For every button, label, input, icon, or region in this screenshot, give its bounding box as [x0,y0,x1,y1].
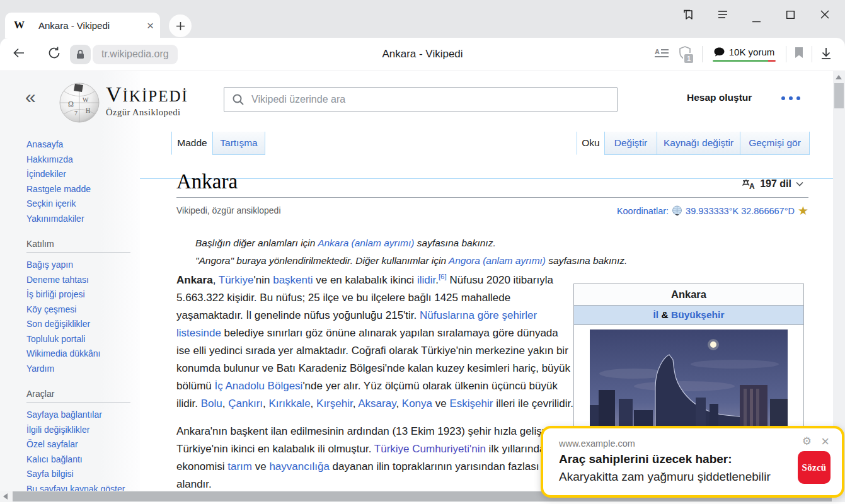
text-segment: 'nin [254,274,273,286]
sidebar-item-ilgili-degisiklikler[interactable]: İlgili değişiklikler [26,423,135,438]
sozcu-logo[interactable]: Sözcü [798,451,831,484]
inline-link[interactable]: ilidir [417,274,435,286]
inline-link[interactable]: hayvancılığa [269,461,329,472]
sidebar-item-sayfaya-baglantilar[interactable]: Sayfaya bağlantılar [26,408,135,423]
sidebar-item-sayfa-bilgisi[interactable]: Sayfa bilgisi [26,467,135,482]
notification-settings-icon[interactable]: ⚙ [802,436,812,447]
close-icon [820,10,829,19]
sidebar-item-koycesmesi[interactable]: Köy çeşmesi [26,302,135,318]
browser-window: W Ankara - Vikipedi × [0,0,845,504]
wikipedia-globe-logo[interactable]: Ω W 7 H [58,81,101,124]
sidebar-item-hakkimizda[interactable]: Hakkımızda [26,152,135,168]
inline-link[interactable]: Angora (anlam ayrımı) [449,255,546,266]
notification-close-icon[interactable]: × [821,435,829,449]
sidebar-item-rastgele[interactable]: Rastgele madde [26,182,135,197]
reader-mode-button[interactable]: A [655,47,669,61]
infobox-subtitle: İl & Büyükşehir [574,306,803,325]
search-input[interactable] [250,93,617,106]
tab-madde[interactable]: Madde [171,132,212,155]
infobox-title: Ankara [574,284,803,306]
sidebar-item-deneme[interactable]: Deneme tahtası [26,273,135,288]
sidebar-item-topluluk[interactable]: Topluluk portali [26,332,135,347]
sidebar-item-yakinimdakiler[interactable]: Yakınımdakiler [26,212,135,227]
notification-popup[interactable]: www.example.com ⚙ × Araç sahiplerini üze… [541,426,844,498]
wikipedia-wordmark[interactable]: VİKİPEDİ Özgür Ansiklopedi [106,83,188,118]
scroll-left-arrow-icon[interactable] [3,493,8,500]
inline-link[interactable]: başkenti [273,274,313,286]
language-selector-button[interactable]: A 197 dil [742,178,803,190]
create-account-link[interactable]: Hesap oluştur [687,92,762,103]
text-segment: sayfasına bakınız. [414,238,495,248]
inline-link[interactable]: tarım [227,461,252,472]
back-button[interactable] [11,45,26,63]
tab-degistir[interactable]: Değiştir [604,132,657,155]
shield-badge: 1 [683,53,694,64]
reader-mode-icon: A [655,47,669,59]
coordinates-value-link[interactable]: 39.933333°K 32.866667°D [686,206,795,216]
more-options-icon[interactable] [781,96,800,100]
inline-link[interactable]: İç Anadolu Bölgesi [214,380,302,392]
sidebar-item-dukkan[interactable]: Wikimedia dükkânı [26,346,135,362]
sidebar-item-anasayfa[interactable]: Anasayfa [26,137,135,152]
tab-oku[interactable]: Oku [577,132,604,155]
comments-button[interactable]: 10K yorum [713,47,776,62]
browser-tab[interactable]: W Ankara - Vikipedi × [5,13,160,38]
inline-link[interactable]: Kırıkkale [268,398,310,410]
sidebar-item-seckin[interactable]: Seçkin içerik [26,197,135,212]
collections-icon [681,8,695,21]
language-icon: A [742,179,756,190]
sidebar-item-kalici-baglanti[interactable]: Kalıcı bağlantı [26,452,135,467]
logo-subtitle: Özgür Ansiklopedi [106,107,188,118]
address-bar[interactable]: tr.wikipedia.org [93,45,178,64]
coordinates-label-link[interactable]: Koordinatlar: [617,206,669,216]
sidebar-item-isbirligi[interactable]: İş birliği projesi [26,287,135,302]
url-text: tr.wikipedia.org [101,49,169,60]
inline-link[interactable]: Çankırı [228,398,263,410]
text-segment: sayfasına bakınız. [546,255,627,266]
sidebar-collapse-button[interactable]: « [25,88,36,106]
downloads-button[interactable] [820,47,832,62]
inline-link[interactable]: Türkiye Cumhuriyeti'nin [374,443,486,455]
window-minimize-button[interactable] [752,11,761,25]
inline-link[interactable]: Ankara (anlam ayrımı) [318,238,414,248]
inline-link[interactable]: Eskişehir [449,398,493,410]
browser-menu-button[interactable] [716,8,729,21]
sidebar-item-icindekiler[interactable]: İçindekiler [26,167,135,182]
sidebar-item-sondegisiklikler[interactable]: Son değişiklikler [26,317,135,332]
reload-button[interactable] [47,45,62,63]
inline-link[interactable]: İl [653,309,659,320]
inline-link[interactable]: Konya [402,398,432,410]
vertical-scroll-thumb[interactable] [834,83,844,108]
window-close-button[interactable] [820,8,829,21]
inline-link[interactable]: Kırşehir [316,398,353,410]
inline-link[interactable]: [6] [439,273,447,280]
inline-link[interactable]: Bolu [201,398,222,410]
sidebar-item-yardim[interactable]: Yardım [26,362,135,377]
tab-kaynagi-degistir[interactable]: Kaynağı değiştir [657,132,740,155]
tab-gecmisi-gor[interactable]: Geçmişi gör [740,132,810,155]
inline-link[interactable]: Büyükşehir [671,309,724,320]
bookmark-button[interactable] [794,47,804,62]
tab-close-icon[interactable]: × [147,20,154,32]
sidebar-item-ozel-sayfalar[interactable]: Özel sayfalar [26,437,135,452]
site-security-button[interactable] [70,45,91,64]
globe-icon [672,205,682,216]
rating-bar [713,60,776,62]
protect-shield-button[interactable]: 1 [678,45,692,63]
logo-title: VİKİPEDİ [106,83,188,106]
tab-label: Kaynağı değiştir [664,137,733,149]
text-segment: & [658,309,671,320]
new-tab-button[interactable] [169,14,192,37]
inline-link[interactable]: Türkiye [219,274,254,286]
collections-panel-button[interactable] [681,8,695,21]
featured-article-star-icon[interactable]: ★ [798,205,808,217]
text-segment: illeri ile çevrilidir. [493,398,573,410]
wiki-search-box[interactable] [224,87,618,112]
scroll-up-arrow-icon[interactable] [836,75,842,79]
sidebar-item-bagis[interactable]: Bağış yapın [26,258,135,273]
inline-link[interactable]: Aksaray [358,398,396,410]
hamburger-menu-icon [716,9,729,20]
window-maximize-button[interactable] [786,8,795,21]
tab-tartisma[interactable]: Tartışma [212,132,265,155]
rating-bar-negative [768,60,776,62]
